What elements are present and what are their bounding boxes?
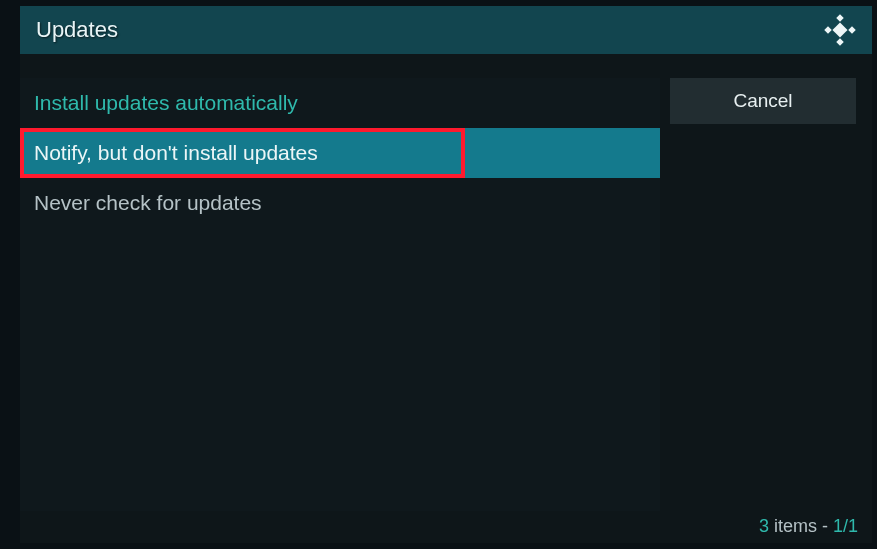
footer-status: 3 items - 1/1 [759, 516, 858, 537]
footer-count: 3 [759, 516, 769, 536]
dialog-title: Updates [36, 17, 118, 43]
kodi-logo-icon [824, 14, 856, 46]
dialog-sidebar: Cancel [670, 78, 856, 124]
option-label: Install updates automatically [34, 91, 298, 115]
svg-rect-4 [832, 22, 847, 37]
option-label: Never check for updates [34, 191, 262, 215]
cancel-button[interactable]: Cancel [670, 78, 856, 124]
option-notify-only[interactable]: Notify, but don't install updates [20, 128, 660, 178]
cancel-button-label: Cancel [733, 90, 792, 112]
dialog-titlebar: Updates [20, 6, 872, 54]
options-list: Install updates automatically Notify, bu… [20, 78, 660, 511]
dialog-body: Install updates automatically Notify, bu… [20, 54, 872, 543]
svg-rect-1 [836, 38, 844, 46]
updates-dialog: Updates Install updates automatically No… [20, 6, 872, 543]
footer-items-word: items - [769, 516, 833, 536]
svg-rect-2 [824, 26, 832, 34]
footer-page: 1/1 [833, 516, 858, 536]
option-never-check[interactable]: Never check for updates [20, 178, 660, 228]
option-install-automatically[interactable]: Install updates automatically [20, 78, 660, 128]
option-label: Notify, but don't install updates [34, 141, 318, 165]
svg-rect-0 [836, 14, 844, 22]
svg-rect-3 [848, 26, 856, 34]
